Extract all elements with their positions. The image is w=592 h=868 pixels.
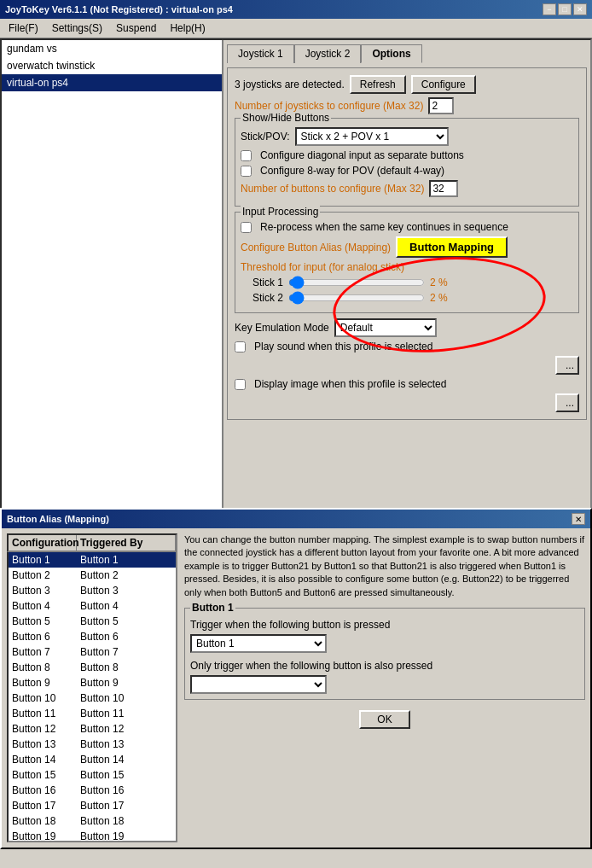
trigger-label: Trigger when the following button is pre… xyxy=(190,619,579,631)
list-cell-conf: Button 14 xyxy=(9,753,77,766)
refresh-button[interactable]: Refresh xyxy=(350,75,406,94)
trigger-select[interactable]: Button 1 Button 2 Button 3 xyxy=(190,634,327,653)
diag-row: Configure diagonal input as separate but… xyxy=(241,149,573,161)
list-row[interactable]: Button 11Button 11 xyxy=(9,706,176,721)
maximize-button[interactable]: □ xyxy=(558,3,572,15)
col-configuration: Configuration xyxy=(9,535,77,551)
menu-bar: File(F) Settings(S) Suspend Help(H) xyxy=(0,19,592,38)
reprocess-checkbox[interactable] xyxy=(241,222,252,233)
tab-options[interactable]: Options xyxy=(361,44,421,63)
play-sound-checkbox[interactable] xyxy=(235,341,246,352)
list-row[interactable]: Button 5Button 5 xyxy=(9,614,176,629)
list-cell-conf: Button 17 xyxy=(9,799,77,813)
list-row[interactable]: Button 1Button 1 xyxy=(9,552,176,568)
stick2-value: 2 % xyxy=(430,292,448,304)
list-cell-trig: Button 13 xyxy=(77,737,176,751)
list-row[interactable]: Button 12Button 12 xyxy=(9,721,176,737)
ok-button[interactable]: OK xyxy=(359,710,410,729)
list-row[interactable]: Button 18Button 18 xyxy=(9,813,176,829)
list-cell-conf: Button 12 xyxy=(9,722,77,736)
num-joysticks-input[interactable] xyxy=(428,97,454,114)
list-row[interactable]: Button 13Button 13 xyxy=(9,737,176,752)
display-image-row: Display image when this profile is selec… xyxy=(235,378,579,390)
stick2-slider[interactable] xyxy=(288,292,425,304)
list-cell-trig: Button 16 xyxy=(77,784,176,797)
way-label: Configure 8-way for POV (default 4-way) xyxy=(260,165,444,177)
list-cell-conf: Button 2 xyxy=(9,568,77,582)
list-cell-trig: Button 12 xyxy=(77,722,176,736)
list-row[interactable]: Button 17Button 17 xyxy=(9,798,176,813)
list-header: Configuration Triggered By xyxy=(7,533,177,552)
num-joysticks-label: Number of joysticks to configure (Max 32… xyxy=(235,100,423,112)
list-cell-conf: Button 18 xyxy=(9,814,77,828)
list-cell-trig: Button 4 xyxy=(77,599,176,613)
only-trigger-select[interactable]: Button 1 Button 2 xyxy=(190,675,327,694)
ok-area: OK xyxy=(184,707,585,732)
button-list[interactable]: Button 1Button 1Button 2Button 2Button 3… xyxy=(7,552,177,842)
list-cell-trig: Button 8 xyxy=(77,661,176,674)
stick1-value: 2 % xyxy=(430,277,448,288)
list-row[interactable]: Button 19Button 19 xyxy=(9,829,176,842)
show-hide-group: Show/Hide Buttons Stick/POV: Stick x 2 +… xyxy=(235,118,579,207)
list-row[interactable]: Button 7Button 7 xyxy=(9,644,176,660)
profile-item-selected[interactable]: virtual-on ps4 xyxy=(2,74,222,91)
list-row[interactable]: Button 16Button 16 xyxy=(9,783,176,798)
list-cell-trig: Button 19 xyxy=(77,830,176,842)
stick-pov-select[interactable]: Stick x 2 + POV x 1 Stick x 2 xyxy=(295,127,449,146)
list-row[interactable]: Button 14Button 14 xyxy=(9,752,176,767)
close-button[interactable]: ✕ xyxy=(573,3,587,15)
button-alias-label: Configure Button Alias (Mapping) xyxy=(241,242,391,253)
display-image-checkbox[interactable] xyxy=(235,379,246,390)
button-alias-dialog: Button Alias (Mapping) ✕ Configuration T… xyxy=(0,508,592,849)
stick1-slider[interactable] xyxy=(288,277,425,288)
tab-joystick2[interactable]: Joystick 2 xyxy=(294,44,362,63)
play-sound-label: Play sound when this profile is selected xyxy=(254,341,432,352)
display-image-browse-button[interactable]: ... xyxy=(555,393,579,412)
key-emulation-label: Key Emulation Mode xyxy=(235,322,329,334)
list-row[interactable]: Button 4Button 4 xyxy=(9,598,176,614)
list-row[interactable]: Button 6Button 6 xyxy=(9,629,176,644)
minimize-button[interactable]: − xyxy=(543,3,556,15)
list-row[interactable]: Button 10Button 10 xyxy=(9,690,176,706)
col-triggered-by: Triggered By xyxy=(77,535,176,551)
threshold-label: Threshold for input (for analog stick) xyxy=(241,261,404,273)
menu-suspend[interactable]: Suspend xyxy=(111,20,161,36)
list-cell-trig: Button 7 xyxy=(77,645,176,659)
list-row[interactable]: Button 8Button 8 xyxy=(9,660,176,675)
play-sound-row: Play sound when this profile is selected xyxy=(235,341,579,352)
stick2-label: Stick 2 xyxy=(241,292,283,304)
configure-button[interactable]: Configure xyxy=(411,75,476,94)
list-cell-conf: Button 16 xyxy=(9,784,77,797)
list-cell-conf: Button 13 xyxy=(9,737,77,751)
play-sound-browse-button[interactable]: ... xyxy=(555,356,579,375)
list-cell-conf: Button 4 xyxy=(9,599,77,613)
way-checkbox[interactable] xyxy=(241,166,252,177)
tab-joystick1[interactable]: Joystick 1 xyxy=(227,44,294,63)
list-row[interactable]: Button 15Button 15 xyxy=(9,767,176,783)
window-controls: − □ ✕ xyxy=(543,3,587,15)
display-image-label: Display image when this profile is selec… xyxy=(254,378,446,390)
window-title: JoyToKey Ver6.1.1 (Not Registered) : vir… xyxy=(5,4,233,15)
show-hide-title: Show/Hide Buttons xyxy=(241,112,331,124)
list-row[interactable]: Button 3Button 3 xyxy=(9,583,176,598)
list-cell-conf: Button 7 xyxy=(9,645,77,659)
list-cell-conf: Button 11 xyxy=(9,707,77,720)
num-buttons-label: Number of buttons to configure (Max 32) xyxy=(241,183,424,195)
main-layout: gundam vs overwatch twinstick virtual-on… xyxy=(0,38,592,533)
key-emulation-select[interactable]: Default DirectInput xyxy=(334,318,437,337)
menu-settings[interactable]: Settings(S) xyxy=(47,20,107,36)
profile-item[interactable]: overwatch twinstick xyxy=(2,57,222,74)
dialog-close-button[interactable]: ✕ xyxy=(572,513,585,525)
list-cell-conf: Button 5 xyxy=(9,615,77,628)
profile-item[interactable]: gundam vs xyxy=(2,40,222,57)
diag-checkbox[interactable] xyxy=(241,150,252,161)
dialog-title: Button Alias (Mapping) xyxy=(7,514,109,524)
button-mapping-button[interactable]: Button Mapping xyxy=(396,236,508,258)
num-buttons-input[interactable] xyxy=(429,180,458,197)
list-row[interactable]: Button 2Button 2 xyxy=(9,568,176,583)
menu-file[interactable]: File(F) xyxy=(3,20,44,36)
input-processing-title: Input Processing xyxy=(241,206,320,218)
list-row[interactable]: Button 9Button 9 xyxy=(9,675,176,690)
menu-help[interactable]: Help(H) xyxy=(165,20,210,36)
options-panel: 3 joysticks are detected. Refresh Config… xyxy=(227,67,587,420)
